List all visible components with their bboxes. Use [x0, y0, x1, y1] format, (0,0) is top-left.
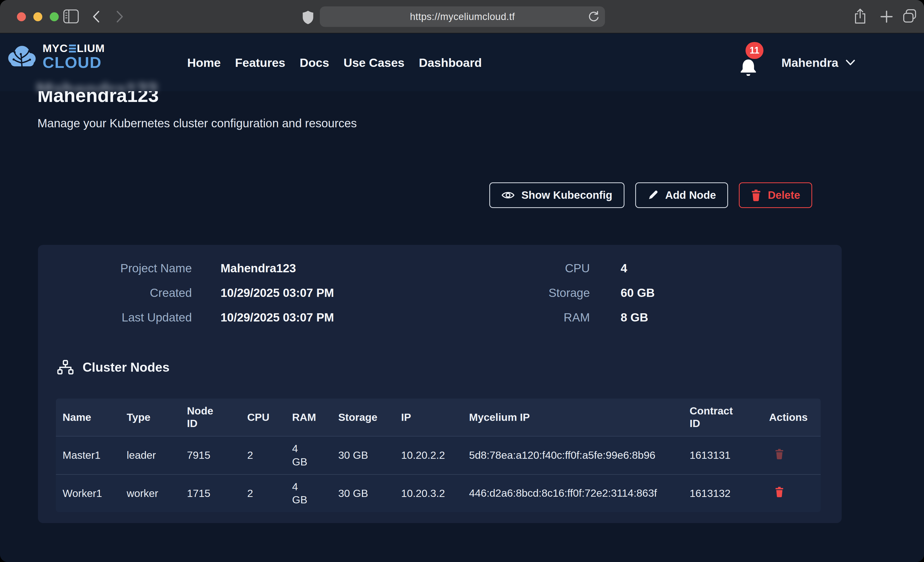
address-bar[interactable]: https://myceliumcloud.tf [320, 6, 605, 27]
page: Mahendra123 Manage your Kubernetes clust… [0, 34, 924, 562]
cell-mycelium-ip: 446:d2a6:8bcd:8c16:ff0f:72e2:3114:863f [462, 474, 683, 512]
col-header-node-id: Node ID [180, 399, 240, 436]
col-header-ram: RAM [285, 399, 332, 436]
cell-storage: 30 GB [332, 474, 394, 512]
details-right: CPU 4 Storage 60 GB RAM 8 GB [474, 261, 655, 335]
browser-chrome: https://myceliumcloud.tf [0, 0, 924, 33]
cell-ip: 10.20.3.2 [394, 474, 462, 512]
cell-name: Worker1 [56, 474, 120, 512]
cell-actions [762, 474, 820, 512]
cell-ram: 4 GB [285, 436, 332, 474]
cell-storage: 30 GB [332, 436, 394, 474]
reload-icon[interactable] [588, 10, 599, 23]
show-kubeconfig-button[interactable]: Show Kubeconfig [489, 182, 624, 208]
detail-row: Storage 60 GB [474, 286, 655, 300]
detail-row: Last Updated 10/29/2025 03:07 PM [58, 311, 334, 324]
detail-label: CPU [474, 261, 590, 275]
logo-line1: MYCLIUM [43, 42, 105, 54]
chevron-down-icon [846, 59, 855, 66]
col-header-mycelium-ip: Mycelium IP [462, 399, 683, 436]
cell-ram: 4 GB [285, 474, 332, 512]
network-nodes-icon [57, 360, 74, 375]
nav-link[interactable]: Features [235, 55, 285, 70]
table-row: Worker1 worker 1715 2 4 GB 30 GB 10.20.3… [56, 474, 820, 512]
detail-value: 4 [621, 261, 627, 275]
cell-cpu: 2 [240, 436, 285, 474]
page-title: Mahendra123 [38, 91, 289, 110]
cell-node-id: 7915 [180, 436, 240, 474]
cell-actions [762, 436, 820, 474]
col-header-cpu: CPU [240, 399, 285, 436]
nav-link[interactable]: Docs [300, 55, 329, 70]
cell-ip: 10.20.2.2 [394, 436, 462, 474]
cluster-actions: Show Kubeconfig Add Node Delete [489, 182, 812, 208]
detail-row: CPU 4 [474, 261, 655, 275]
nav-link[interactable]: Dashboard [419, 55, 482, 70]
delete-cluster-button[interactable]: Delete [739, 182, 812, 208]
back-icon[interactable] [90, 10, 102, 23]
delete-node-button[interactable] [775, 448, 784, 460]
notifications-button[interactable]: 11 [740, 58, 758, 78]
page-subtitle: Manage your Kubernetes cluster configura… [38, 116, 357, 130]
trash-icon [751, 189, 761, 201]
cloud-logo-icon [7, 43, 38, 70]
cluster-info-panel: Project Name Mahendra123 Created 10/29/2… [38, 245, 842, 523]
detail-row: Project Name Mahendra123 [58, 261, 334, 275]
cell-contract-id: 1613131 [683, 436, 762, 474]
tab-overview-icon[interactable] [902, 9, 917, 24]
notification-badge: 11 [746, 42, 764, 59]
sidebar-toggle-icon[interactable] [63, 9, 79, 24]
cell-node-id: 1715 [180, 474, 240, 512]
cell-contract-id: 1613132 [683, 474, 762, 512]
url-text: https://myceliumcloud.tf [410, 11, 515, 22]
share-icon[interactable] [853, 8, 867, 25]
detail-value: 10/29/2025 03:07 PM [220, 311, 334, 324]
col-header-ip: IP [394, 399, 462, 436]
col-header-name: Name [56, 399, 120, 436]
col-header-contract-id: Contract ID [683, 399, 762, 436]
detail-label: RAM [474, 311, 590, 324]
col-header-storage: Storage [332, 399, 394, 436]
detail-value: Mahendra123 [220, 261, 296, 275]
new-tab-icon[interactable] [880, 10, 894, 24]
cell-cpu: 2 [240, 474, 285, 512]
add-node-button[interactable]: Add Node [635, 182, 728, 208]
table-row: Master1 leader 7915 2 4 GB 30 GB 10.20.2… [56, 436, 820, 474]
navbar: Mahendra123 [0, 34, 924, 91]
browser-window: https://myceliumcloud.tf Mahendra123 Man… [0, 0, 924, 562]
logo-line2: CLOUD [43, 55, 105, 70]
pencil-icon [647, 190, 658, 201]
cell-mycelium-ip: 5d8:78ea:a120:f40c:ff0f:a5fe:99e6:8b96 [462, 436, 683, 474]
close-window-button[interactable] [17, 12, 26, 21]
detail-value: 8 GB [621, 311, 648, 324]
col-header-actions: Actions [762, 399, 820, 436]
detail-value: 60 GB [621, 286, 655, 300]
details-left: Project Name Mahendra123 Created 10/29/2… [58, 261, 334, 335]
detail-value: 10/29/2025 03:07 PM [220, 286, 334, 300]
bell-icon [740, 58, 758, 76]
table-header-row: Name Type Node ID CPU RAM Storage IP Myc… [56, 399, 820, 436]
cluster-nodes-heading: Cluster Nodes [57, 360, 170, 375]
logo-text: MYCLIUM CLOUD [43, 42, 105, 70]
nav-link[interactable]: Home [187, 55, 221, 70]
privacy-shield-icon [302, 10, 314, 25]
cell-type: leader [120, 436, 180, 474]
zoom-window-button[interactable] [50, 12, 59, 21]
nav-link[interactable]: Use Cases [344, 55, 404, 70]
delete-node-button[interactable] [775, 486, 784, 498]
user-menu[interactable]: Mahendra [782, 34, 855, 91]
nav-links: Home Features Docs Use Cases Dashboard [187, 34, 482, 91]
eye-icon [501, 190, 515, 200]
user-name: Mahendra [782, 55, 838, 70]
detail-label: Created [58, 286, 192, 300]
col-header-type: Type [120, 399, 180, 436]
detail-label: Last Updated [58, 311, 192, 324]
logo-e-glyph [69, 45, 76, 52]
detail-label: Project Name [58, 261, 192, 275]
forward-icon[interactable] [114, 10, 126, 23]
detail-row: RAM 8 GB [474, 311, 655, 324]
minimize-window-button[interactable] [33, 12, 42, 21]
detail-row: Created 10/29/2025 03:07 PM [58, 286, 334, 300]
cluster-nodes-table: Name Type Node ID CPU RAM Storage IP Myc… [56, 399, 820, 512]
logo[interactable]: MYCLIUM CLOUD [7, 42, 105, 70]
